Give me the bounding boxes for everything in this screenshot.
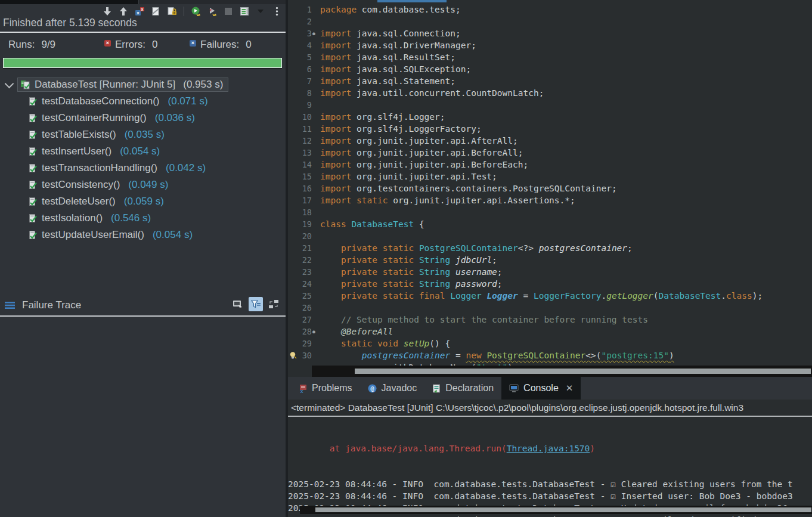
rerun-failed-first-button[interactable]: x	[207, 6, 218, 17]
code-line[interactable]: 8import java.util.concurrent.CountDownLa…	[288, 87, 812, 99]
test-row[interactable]: testDeleteUser()(0.059 s)	[0, 193, 286, 210]
code-line[interactable]: 3●import java.sql.Connection;	[288, 27, 812, 39]
line-number: 20	[297, 231, 312, 241]
code-line[interactable]: 17import static org.junit.jupiter.api.As…	[288, 194, 812, 206]
test-ok-icon	[28, 197, 37, 206]
view-menu-caret[interactable]	[255, 6, 266, 17]
test-name: testUpdateUserEmail()	[42, 229, 144, 241]
test-status-message: Finished after 5.139 seconds	[3, 17, 137, 29]
code-text: import org.junit.jupiter.api.AfterAll;	[319, 136, 518, 145]
code-line[interactable]: 6import java.sql.SQLException;	[288, 63, 812, 75]
line-number: 24	[297, 279, 312, 289]
test-run-history-button[interactable]	[239, 6, 250, 17]
code-line[interactable]: 16import org.testcontainers.containers.P…	[288, 182, 812, 194]
code-text: import org.junit.jupiter.api.BeforeEach;	[319, 160, 528, 169]
filter-stack-trace-button[interactable]	[249, 297, 263, 311]
code-line[interactable]: 20	[288, 230, 812, 242]
rerun-test-button[interactable]	[191, 6, 202, 17]
test-row[interactable]: testUpdateUserEmail()(0.054 s)	[0, 227, 286, 243]
tab-javadoc[interactable]: @ Javadoc	[360, 377, 425, 400]
code-line[interactable]: 14import org.junit.jupiter.api.BeforeEac…	[288, 159, 812, 171]
failures-counter: ×Failures:0	[190, 39, 252, 51]
code-line[interactable]: 4import java.sql.DriverManager;	[288, 39, 812, 51]
code-line[interactable]: 28● @BeforeAll	[288, 326, 812, 338]
gutter	[288, 314, 297, 326]
code-line[interactable]: 10import org.slf4j.Logger;	[288, 111, 812, 123]
code-line[interactable]: 29 static void setUp() {	[288, 338, 812, 349]
show-trace-in-console-button[interactable]	[231, 297, 245, 311]
code-line[interactable]: 26	[288, 302, 812, 314]
tab-problems[interactable]: x Problems	[290, 377, 360, 400]
show-failures-only-icon[interactable]: xx	[134, 6, 145, 17]
tab-declaration[interactable]: Declaration	[424, 377, 501, 400]
svg-text:x: x	[300, 388, 303, 393]
stop-test-run-button[interactable]	[223, 6, 234, 17]
test-ok-icon	[28, 163, 37, 173]
test-suite-row[interactable]: DatabaseTest [Runner: JUnit 5] (0.953 s)	[0, 76, 286, 93]
code-line[interactable]: 11import org.slf4j.LoggerFactory;	[288, 123, 812, 135]
code-line[interactable]: 22 private static String jdbcUrl;	[288, 254, 812, 266]
test-time: (0.054 s)	[120, 145, 160, 157]
test-row[interactable]: testConsistency()(0.049 s)	[0, 177, 286, 193]
compare-result-button[interactable]	[266, 297, 281, 311]
java-editor[interactable]: 1package com.database.tests;23●import ja…	[288, 0, 812, 377]
console-horizontal-scrollbar[interactable]	[300, 506, 812, 514]
source-link[interactable]: Thread.java:1570	[507, 444, 590, 453]
code-line[interactable]: 19class DatabaseTest {	[288, 218, 812, 230]
test-row[interactable]: testTransactionHandling()(0.042 s)	[0, 160, 286, 177]
fold-marker-icon[interactable]: ●	[312, 329, 319, 335]
code-text: package com.database.tests;	[319, 5, 461, 14]
chevron-down-icon[interactable]	[5, 79, 14, 88]
gutter	[288, 51, 297, 63]
gutter	[288, 39, 297, 51]
console-icon	[509, 384, 519, 392]
test-tree: DatabaseTest [Runner: JUnit 5] (0.953 s)…	[0, 76, 286, 243]
test-row[interactable]: testIsolation()(0.546 s)	[0, 210, 286, 227]
next-failed-test-button[interactable]	[102, 6, 113, 17]
scrollbar-thumb[interactable]	[315, 507, 811, 512]
code-line[interactable]: 13import org.junit.jupiter.api.BeforeAll…	[288, 147, 812, 159]
code-area[interactable]: 1package com.database.tests;23●import ja…	[288, 4, 812, 373]
test-time: (0.071 s)	[168, 95, 208, 107]
previous-failed-test-button[interactable]	[118, 6, 129, 17]
code-text: class DatabaseTest {	[319, 219, 424, 229]
runs-counter: Runs:9/9	[8, 39, 55, 51]
code-line[interactable]: 30 postgresContainer = new PostgreSQLCon…	[288, 349, 812, 361]
test-row[interactable]: testInsertUser()(0.054 s)	[0, 143, 286, 160]
line-number: 23	[297, 267, 312, 277]
line-number: 29	[297, 339, 312, 348]
tab-console[interactable]: Console ✕	[501, 377, 581, 400]
code-line[interactable]: 15import org.junit.jupiter.api.Test;	[288, 171, 812, 182]
editor-horizontal-scrollbar[interactable]	[288, 366, 812, 377]
scroll-lock-icon[interactable]	[166, 6, 177, 17]
code-line[interactable]: 2	[288, 16, 812, 27]
test-row[interactable]: testDatabaseConnection()(0.071 s)	[0, 93, 286, 110]
scrollbar-thumb[interactable]	[355, 369, 811, 374]
code-line[interactable]: 25 private static final Logger Logger = …	[288, 290, 812, 302]
test-row[interactable]: testContainerRunning()(0.036 s)	[0, 110, 286, 126]
code-line[interactable]: 9	[288, 99, 812, 111]
console-log-line: 2025-02-23 08:44:46 - INFO com.database.…	[288, 478, 812, 490]
line-number: 28	[297, 327, 312, 336]
close-icon[interactable]: ✕	[566, 383, 574, 394]
more-actions-kebab[interactable]	[271, 6, 282, 17]
code-line[interactable]: 27 // Setup method to start the containe…	[288, 314, 812, 326]
code-line[interactable]: 12import org.junit.jupiter.api.AfterAll;	[288, 135, 812, 147]
test-row[interactable]: testTableExists()(0.035 s)	[0, 126, 286, 143]
fold-marker-icon[interactable]: ●	[312, 31, 319, 36]
code-line[interactable]: 18	[288, 206, 812, 218]
test-ok-icon	[28, 180, 37, 190]
gutter	[288, 75, 297, 87]
code-line[interactable]: 21 private static PostgreSQLContainer<?>…	[288, 242, 812, 254]
warning-icon[interactable]	[288, 349, 297, 361]
show-skipped-tests-icon[interactable]	[150, 6, 161, 17]
code-line[interactable]: 1package com.database.tests;	[288, 4, 812, 16]
code-line[interactable]: 24 private static String password;	[288, 278, 812, 290]
console-output[interactable]: at java.base/java.lang.Thread.run(Thread…	[288, 417, 812, 517]
code-line[interactable]: 7import java.sql.Statement;	[288, 75, 812, 87]
code-line[interactable]: 5import java.sql.ResultSet;	[288, 51, 812, 63]
code-line[interactable]: 23 private static String username;	[288, 266, 812, 278]
suite-selection[interactable]: DatabaseTest [Runner: JUnit 5] (0.953 s)	[17, 78, 228, 92]
line-number: 30	[297, 351, 312, 360]
junit-tab-stub[interactable]	[0, 0, 139, 4]
